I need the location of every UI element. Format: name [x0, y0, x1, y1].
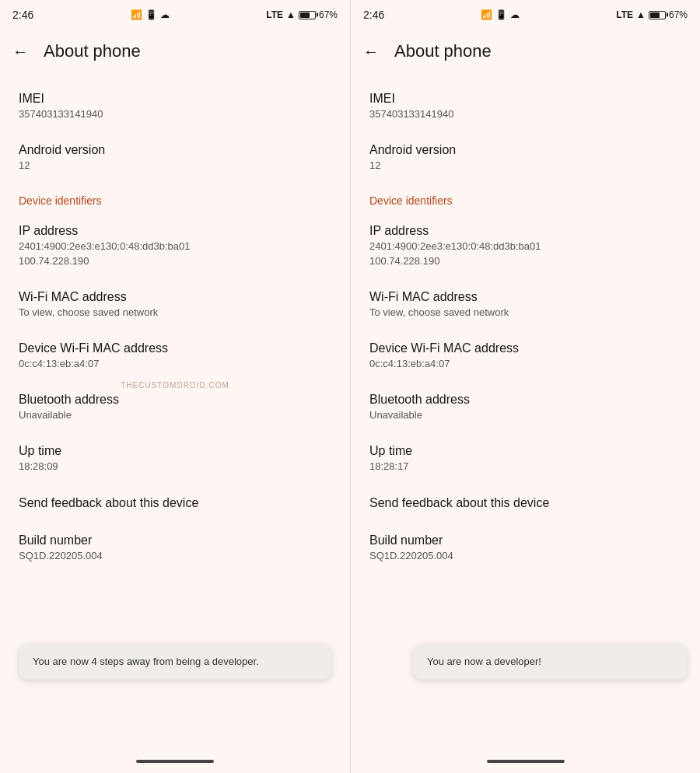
cloud-icon: ☁	[160, 9, 170, 20]
info-label-1: Android version	[369, 143, 681, 157]
info-item-0: IMEI357403133141940	[0, 81, 350, 132]
status-right: LTE ▲ 67%	[616, 9, 688, 20]
app-bar: ← About phone	[351, 28, 700, 75]
info-item-6: Bluetooth addressUnavailable	[351, 382, 700, 433]
info-item-3: IP address2401:4900:2ee3:e130:0:48:dd3b:…	[351, 213, 700, 278]
info-label-5: Device Wi-Fi MAC address	[19, 341, 331, 355]
lte-label: LTE	[266, 9, 283, 20]
home-indicator[interactable]	[136, 760, 214, 763]
cloud-icon: ☁	[510, 9, 520, 20]
info-label-9: Build number	[369, 533, 681, 547]
page-title: About phone	[394, 41, 492, 61]
battery-icon	[649, 11, 666, 19]
info-value-0: 357403133141940	[19, 107, 331, 121]
sim-icon: 📱	[145, 9, 157, 20]
lte-label: LTE	[616, 9, 633, 20]
bottom-bar	[0, 750, 350, 773]
home-indicator[interactable]	[487, 760, 565, 763]
info-value-9: SQ1D.220205.004	[369, 549, 681, 563]
info-item-1: Android version12	[351, 132, 700, 184]
info-value-0: 357403133141940	[369, 107, 681, 121]
status-icons: 📶 📱 ☁	[131, 9, 170, 20]
info-label-7: Up time	[369, 444, 681, 458]
status-icons: 📶 📱 ☁	[481, 9, 520, 20]
info-label-8: Send feedback about this device	[19, 496, 331, 510]
page-title: About phone	[44, 41, 141, 61]
info-label-1: Android version	[19, 143, 331, 157]
signal-icon: ▲	[636, 9, 646, 20]
status-time: 2:46	[12, 9, 33, 21]
info-value-1: 12	[369, 159, 681, 173]
info-label-3: IP address	[369, 224, 681, 238]
app-bar: ← About phone	[0, 28, 350, 75]
info-value-5: 0c:c4:13:eb:a4:07	[369, 357, 681, 371]
status-bar: 2:46 📶 📱 ☁ LTE ▲ 67%	[0, 0, 350, 28]
status-time: 2:46	[363, 9, 384, 21]
battery-icon	[299, 11, 316, 19]
info-value-1: 12	[19, 159, 331, 173]
info-label-6: Bluetooth address	[19, 393, 331, 407]
info-item-5: Device Wi-Fi MAC address0c:c4:13:eb:a4:0…	[351, 331, 700, 382]
info-item-5: Device Wi-Fi MAC address0c:c4:13:eb:a4:0…	[0, 331, 350, 382]
info-value-6: Unavailable	[369, 408, 681, 422]
battery-percent: 67%	[669, 9, 688, 20]
info-value-3: 2401:4900:2ee3:e130:0:48:dd3b:ba01 100.7…	[19, 240, 331, 268]
info-label-5: Device Wi-Fi MAC address	[369, 341, 681, 355]
section-header-2: Device identifiers	[351, 184, 700, 213]
info-item-8: Send feedback about this device	[351, 485, 700, 523]
battery-percent: 67%	[319, 9, 338, 20]
sim-icon: 📱	[495, 9, 507, 20]
info-value-3: 2401:4900:2ee3:e130:0:48:dd3b:ba01 100.7…	[369, 240, 681, 268]
info-value-4: To view, choose saved network	[19, 306, 331, 320]
toast-message: You are now 4 steps away from being a de…	[19, 644, 331, 680]
info-item-4: Wi-Fi MAC addressTo view, choose saved n…	[351, 279, 700, 331]
info-value-7: 18:28:09	[19, 460, 331, 474]
info-label-8: Send feedback about this device	[369, 496, 681, 510]
info-value-9: SQ1D.220205.004	[19, 549, 331, 563]
info-label-3: IP address	[19, 224, 331, 238]
info-value-5: 0c:c4:13:eb:a4:07	[19, 357, 331, 371]
info-label-7: Up time	[19, 444, 331, 458]
info-label-4: Wi-Fi MAC address	[369, 290, 681, 304]
bottom-bar	[351, 750, 700, 773]
info-value-4: To view, choose saved network	[369, 306, 681, 320]
back-button[interactable]: ←	[12, 43, 28, 61]
back-button[interactable]: ←	[363, 43, 379, 61]
info-item-3: IP address2401:4900:2ee3:e130:0:48:dd3b:…	[0, 213, 350, 278]
info-value-7: 18:28:17	[369, 460, 681, 474]
info-item-8: Send feedback about this device	[0, 485, 350, 523]
info-label-4: Wi-Fi MAC address	[19, 290, 331, 304]
section-header-2: Device identifiers	[0, 184, 350, 213]
info-item-9: Build numberSQ1D.220205.004	[0, 523, 350, 574]
info-item-6: Bluetooth addressUnavailable	[0, 382, 350, 433]
info-item-7: Up time18:28:09	[0, 433, 350, 484]
info-label-6: Bluetooth address	[369, 393, 681, 407]
wifi-icon: 📶	[481, 9, 492, 20]
info-item-7: Up time18:28:17	[351, 433, 700, 484]
info-item-0: IMEI357403133141940	[351, 81, 700, 132]
info-item-4: Wi-Fi MAC addressTo view, choose saved n…	[0, 279, 350, 331]
phone-panel-left: 2:46 📶 📱 ☁ LTE ▲ 67% ← About phone IMEI3…	[0, 0, 350, 773]
info-label-0: IMEI	[19, 92, 331, 106]
wifi-icon: 📶	[131, 9, 142, 20]
info-value-6: Unavailable	[19, 408, 331, 422]
info-label-0: IMEI	[369, 92, 681, 106]
status-right: LTE ▲ 67%	[266, 9, 338, 20]
info-item-9: Build numberSQ1D.220205.004	[351, 523, 700, 574]
info-label-9: Build number	[19, 533, 331, 547]
phone-panel-right: 2:46 📶 📱 ☁ LTE ▲ 67% ← About phone IMEI3…	[350, 0, 700, 773]
info-item-1: Android version12	[0, 132, 350, 184]
toast-message: You are now a developer!	[413, 644, 688, 680]
status-bar: 2:46 📶 📱 ☁ LTE ▲ 67%	[351, 0, 700, 28]
signal-icon: ▲	[286, 9, 296, 20]
